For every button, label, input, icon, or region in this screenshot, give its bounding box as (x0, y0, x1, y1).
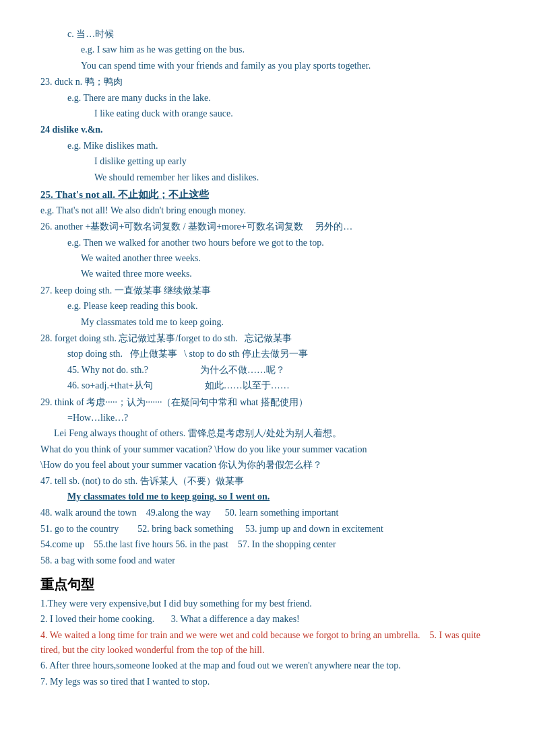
item-29-eg1: Lei Feng always thought of others. 雷锋总是考… (54, 426, 495, 441)
c-eg1: e.g. I saw him as he was getting on the … (81, 42, 495, 57)
item-24-eg3: We should remember her likes and dislike… (94, 170, 495, 185)
item-28-title: 28. forget doing sth. 忘记做过某事/forget to d… (40, 331, 495, 346)
item-28-45: 45. Why not do. sth.? 为什么不做……呢？ (67, 363, 495, 378)
sentence-2-3: 2. I loved their home cooking. 3. What a… (40, 612, 495, 627)
item-29-sub: =How…like…? (67, 411, 495, 425)
item-25: 25. That's not all. 不止如此；不止这些 e.g. That'… (40, 186, 495, 218)
c-eg2: You can spend time with your friends and… (81, 59, 495, 73)
item-23-title: 23. duck n. 鸭；鸭肉 (40, 75, 495, 90)
item-51-53: 51. go to the country 52. bring back som… (40, 522, 495, 537)
sentence-4-5: 4. We waited a long time for train and w… (40, 628, 495, 658)
item-26-eg1: e.g. Then we walked for another two hour… (67, 236, 495, 250)
item-28: 28. forget doing sth. 忘记做过某事/forget to d… (40, 331, 495, 394)
item-23-eg1: e.g. There are many ducks in the lake. (67, 91, 495, 106)
item-27-eg1: e.g. Please keep reading this book. (67, 299, 495, 314)
item-29: 29. think of 考虑·····；认为·······（在疑问句中常和 w… (40, 395, 495, 505)
c-header: c. 当…时候 (67, 27, 495, 42)
key-sentences-title: 重点句型 (40, 574, 495, 595)
item-24: 24 dislike v.&n. e.g. Mike dislikes math… (40, 123, 495, 185)
item-24-title: 24 dislike v.&n. (40, 123, 495, 137)
item-28-46: 46. so+adj.+that+从句 如此……以至于…… (67, 378, 495, 393)
item-54-57: 54.come up 55.the last five hours 56. in… (40, 537, 495, 552)
sentence-7: 7. My legs was so tired that I wanted to… (40, 675, 495, 689)
item-29-title: 29. think of 考虑·····；认为·······（在疑问句中常和 w… (40, 395, 495, 410)
item-47-eg: My classmates told me to keep going, so … (67, 489, 495, 504)
item-24-eg1: e.g. Mike dislikes math. (67, 139, 495, 153)
sentence-6: 6. After three hours,someone looked at t… (40, 658, 495, 673)
item-26: 26. another +基数词+可数名词复数 / 基数词+more+可数名词复… (40, 219, 495, 282)
items-48-58: 48. walk around the town 49.along the wa… (40, 506, 495, 568)
page-content: c. 当…时候 e.g. I saw him as he was getting… (40, 27, 495, 689)
item-23: 23. duck n. 鸭；鸭肉 e.g. There are many duc… (40, 75, 495, 121)
sentence-1: 1.They were very expensive,but I did buy… (40, 596, 495, 611)
item-28-sub1: stop doing sth. 停止做某事 \ stop to do sth 停… (67, 347, 495, 362)
item-25-title: 25. That's not all. 不止如此；不止这些 (40, 186, 495, 203)
item-24-eg2: I dislike getting up early (94, 154, 495, 169)
item-23-eg2: I like eating duck with orange sauce. (94, 106, 495, 121)
item-29-eg2: What do you think of your summer vacatio… (40, 442, 495, 457)
item-27: 27. keep doing sth. 一直做某事 继续做某事 e.g. Ple… (40, 283, 495, 330)
item-27-title: 27. keep doing sth. 一直做某事 继续做某事 (40, 283, 495, 298)
item-48-50: 48. walk around the town 49.along the wa… (40, 506, 495, 520)
item-25-eg1: e.g. That's not all! We also didn't brin… (40, 203, 495, 218)
item-26-eg3: We waited three more weeks. (81, 267, 495, 281)
item-27-eg2: My classmates told me to keep going. (81, 315, 495, 330)
key-sentences-section: 重点句型 (40, 574, 495, 595)
item-47: 47. tell sb. (not) to do sth. 告诉某人（不要）做某… (40, 474, 495, 489)
item-26-eg2: We waited another three weeks. (81, 251, 495, 266)
key-sentences: 1.They were very expensive,but I did buy… (40, 596, 495, 689)
item-58: 58. a bag with some food and water (40, 553, 495, 568)
item-29-eg3: \How do you feel about your summer vacat… (40, 458, 495, 473)
c-section: c. 当…时候 e.g. I saw him as he was getting… (40, 27, 495, 73)
item-26-title: 26. another +基数词+可数名词复数 / 基数词+more+可数名词复… (40, 219, 495, 234)
